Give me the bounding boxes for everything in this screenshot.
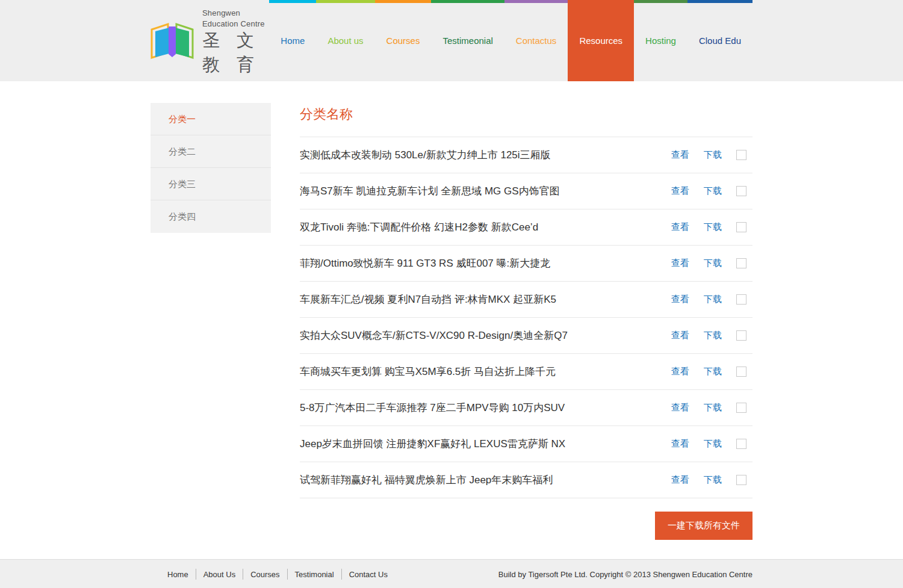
download-link[interactable]: 下载 [704,474,722,486]
org-name: Shengwen Education Centre [202,8,265,28]
file-row: 双龙Tivoli 奔驰:下调配件价格 幻速H2参数 新款Cee’d 查看 下载 [300,209,752,246]
row-title: 试驾新菲翔赢好礼 福特翼虎焕新上市 Jeep年末购车福利 [300,473,553,487]
nav-item-strip [634,0,687,3]
row-actions: 查看 下载 [671,402,752,413]
nav-item-about-us[interactable]: About us [316,0,374,81]
view-link[interactable]: 查看 [671,185,689,197]
download-all-button[interactable]: 一建下载所有文件 [655,512,752,540]
view-link[interactable]: 查看 [671,438,689,450]
row-title: 实测低成本改装制动 530Le/新款艾力绅上市 125i三厢版 [300,148,551,162]
row-checkbox[interactable] [736,367,746,377]
main-nav: Home About us Courses Testimeonial Conta… [269,0,752,81]
row-actions: 查看 下载 [671,294,752,305]
row-actions: 查看 下载 [671,258,752,269]
footer-link-courses[interactable]: Courses [250,570,279,579]
nav-item-hosting[interactable]: Hosting [634,0,687,81]
row-checkbox[interactable] [736,294,746,305]
file-row: 海马S7新车 凯迪拉克新车计划 全新思域 MG GS内饰官图 查看 下载 [300,173,752,209]
nav-item-strip [375,0,432,3]
download-link[interactable]: 下载 [704,330,722,341]
footer-link-testimonial[interactable]: Testimonial [295,570,334,579]
download-link[interactable]: 下载 [704,294,722,305]
nav-item-strip [504,0,568,3]
nav-item-label: Contactus [516,36,557,46]
nav-item-cloud-edu[interactable]: Cloud Edu [687,0,752,81]
view-link[interactable]: 查看 [671,258,689,269]
row-actions: 查看 下载 [671,221,752,233]
nav-item-label: Cloud Edu [699,36,741,46]
logo: Shengwen Education Centre 圣 文 教 育 [150,0,269,81]
sidebar-item-4[interactable]: 分类四 [150,200,271,233]
row-actions: 查看 下载 [671,330,752,341]
row-checkbox[interactable] [736,475,746,485]
view-link[interactable]: 查看 [671,330,689,341]
row-title: 车商城买车更划算 购宝马X5M享6.5折 马自达折上降千元 [300,365,556,379]
header: Shengwen Education Centre 圣 文 教 育 Home A… [0,0,903,81]
view-link[interactable]: 查看 [671,366,689,377]
nav-item-label: Home [281,36,305,46]
row-checkbox[interactable] [736,439,746,449]
cn-name: 圣 文 教 育 [202,29,269,77]
nav-item-strip [687,0,752,3]
row-title: 实拍大众SUV概念车/新CTS-V/XC90 R-Design/奥迪全新Q7 [300,329,568,342]
file-row: 车展新车汇总/视频 夏利N7自动挡 评:林肯MKX 起亚新K5 查看 下载 [300,282,752,318]
footer-link-contact-us[interactable]: Contact Us [349,570,388,579]
view-link[interactable]: 查看 [671,221,689,233]
file-row: 5-8万广汽本田二手车源推荐 7座二手MPV导购 10万内SUV 查看 下载 [300,390,752,426]
download-link[interactable]: 下载 [704,185,722,197]
row-title: 菲翔/Ottimo致悦新车 911 GT3 RS 威旺007 曝:新大捷龙 [300,256,550,270]
footer-links: HomeAbout UsCoursesTestimonialContact Us [150,569,395,580]
nav-item-contactus[interactable]: Contactus [504,0,568,81]
row-title: Jeep岁末血拼回馈 注册捷豹XF赢好礼 LEXUS雷克萨斯 NX [300,437,565,451]
row-checkbox[interactable] [736,330,746,341]
download-link[interactable]: 下载 [704,366,722,377]
sidebar-item-1[interactable]: 分类一 [150,103,271,135]
row-checkbox[interactable] [736,222,746,232]
view-link[interactable]: 查看 [671,474,689,486]
nav-item-strip [316,0,374,3]
row-checkbox[interactable] [736,186,746,196]
download-all-wrap: 一建下载所有文件 [300,512,752,540]
row-title: 5-8万广汽本田二手车源推荐 7座二手MPV导购 10万内SUV [300,401,565,415]
nav-item-resources[interactable]: Resources [568,0,634,81]
row-actions: 查看 下载 [671,438,752,450]
row-actions: 查看 下载 [671,474,752,486]
download-link[interactable]: 下载 [704,221,722,233]
row-checkbox[interactable] [736,403,746,413]
nav-item-label: Courses [386,36,420,46]
row-actions: 查看 下载 [671,149,752,161]
row-checkbox[interactable] [736,150,746,160]
nav-item-label: Hosting [645,36,676,46]
view-link[interactable]: 查看 [671,402,689,413]
file-row: 实拍大众SUV概念车/新CTS-V/XC90 R-Design/奥迪全新Q7 查… [300,318,752,354]
nav-item-home[interactable]: Home [269,0,316,81]
row-checkbox[interactable] [736,258,746,268]
sidebar-item-2[interactable]: 分类二 [150,135,271,168]
row-title: 车展新车汇总/视频 夏利N7自动挡 评:林肯MKX 起亚新K5 [300,292,556,306]
view-link[interactable]: 查看 [671,294,689,305]
file-row: 菲翔/Ottimo致悦新车 911 GT3 RS 威旺007 曝:新大捷龙 查看… [300,246,752,282]
download-link[interactable]: 下载 [704,438,722,450]
nav-item-testimeonial[interactable]: Testimeonial [431,0,504,81]
nav-item-strip [431,0,504,3]
file-row: 试驾新菲翔赢好礼 福特翼虎焕新上市 Jeep年末购车福利 查看 下载 [300,462,752,498]
download-link[interactable]: 下载 [704,149,722,161]
copyright-text: Build by Tigersoft Pte Ltd. Copyright © … [498,570,752,579]
row-title: 海马S7新车 凯迪拉克新车计划 全新思域 MG GS内饰官图 [300,184,560,198]
download-link[interactable]: 下载 [704,402,722,413]
file-row: Jeep岁末血拼回馈 注册捷豹XF赢好礼 LEXUS雷克萨斯 NX 查看 下载 [300,426,752,462]
category-sidebar: 分类一分类二分类三分类四 [150,103,271,233]
row-title: 双龙Tivoli 奔驰:下调配件价格 幻速H2参数 新款Cee’d [300,220,538,234]
nav-item-label: About us [327,36,363,46]
nav-item-label: Testimeonial [442,36,492,46]
download-link[interactable]: 下载 [704,258,722,269]
nav-item-courses[interactable]: Courses [375,0,432,81]
content-panel: 分类名称 实测低成本改装制动 530Le/新款艾力绅上市 125i三厢版 查看 … [300,103,752,540]
footer-link-about-us[interactable]: About Us [203,570,235,579]
sidebar-item-3[interactable]: 分类三 [150,168,271,200]
footer: HomeAbout UsCoursesTestimonialContact Us… [0,559,903,588]
view-link[interactable]: 查看 [671,149,689,161]
row-actions: 查看 下载 [671,185,752,197]
footer-link-home[interactable]: Home [167,570,188,579]
nav-item-strip [269,0,316,3]
